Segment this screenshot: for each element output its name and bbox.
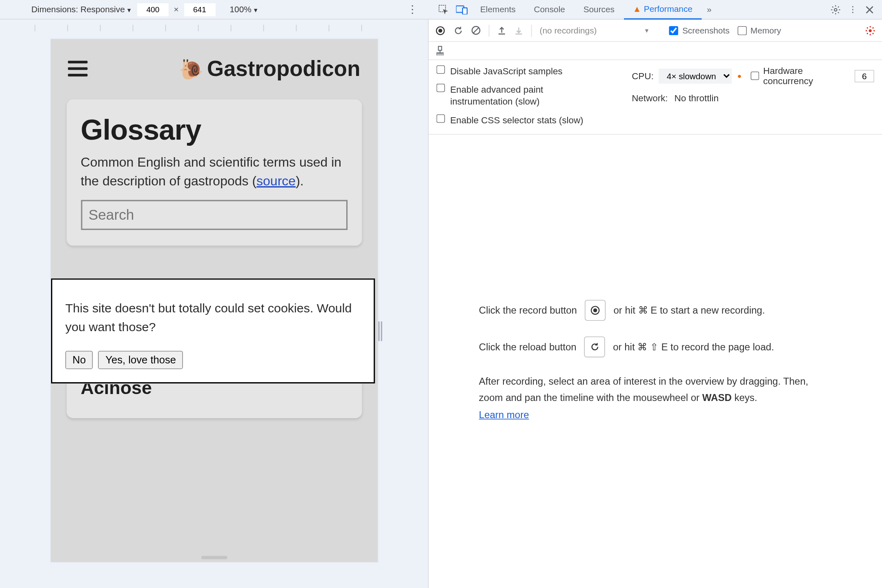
cookie-no-button[interactable]: No xyxy=(65,351,93,369)
resize-handle[interactable] xyxy=(378,320,386,342)
disable-js-checkbox[interactable]: Disable JavaScript samples xyxy=(437,65,608,77)
perf-help-text: After recording, select an area of inter… xyxy=(479,373,832,406)
device-toggle-icon[interactable] xyxy=(453,5,471,14)
cpu-label: CPU: xyxy=(632,71,654,81)
tab-elements[interactable]: Elements xyxy=(471,0,525,19)
download-icon[interactable] xyxy=(514,26,523,35)
tab-performance[interactable]: ▲Performance xyxy=(624,0,702,19)
screenshots-checkbox[interactable]: Screenshots xyxy=(669,25,730,35)
cookie-yes-button[interactable]: Yes, love those xyxy=(98,351,183,369)
tab-console[interactable]: Console xyxy=(525,0,574,19)
network-value: No throttlin xyxy=(675,93,719,103)
record-icon[interactable] xyxy=(435,25,446,36)
device-viewport: 🐌Gastropodicon Glossary Common English a… xyxy=(0,20,428,588)
source-link[interactable]: source xyxy=(256,174,296,188)
hardware-concurrency-input[interactable] xyxy=(855,69,874,82)
device-menu-icon[interactable]: ⋮ xyxy=(407,3,418,16)
more-tabs-icon[interactable]: » xyxy=(702,4,717,14)
record-icon xyxy=(585,300,606,321)
inspect-icon[interactable] xyxy=(434,4,453,15)
svg-rect-2 xyxy=(463,7,467,14)
cookie-text: This site doesn't but totally could set … xyxy=(65,299,361,336)
devtools-panel: (no recordings) ▼ Screenshots Memory Dis… xyxy=(428,20,882,588)
cookie-dialog: This site doesn't but totally could set … xyxy=(51,278,375,384)
upload-icon[interactable] xyxy=(497,26,506,35)
dimensions-dropdown[interactable]: Dimensions: Responsive▼ xyxy=(31,4,132,14)
snail-icon: 🐌 xyxy=(179,57,203,80)
enable-css-checkbox[interactable]: Enable CSS selector stats (slow) xyxy=(437,114,608,126)
site-brand: 🐌Gastropodicon xyxy=(179,56,360,81)
close-icon[interactable] xyxy=(865,5,874,14)
reload-icon[interactable] xyxy=(453,25,463,35)
cpu-warning-icon: ● xyxy=(737,72,742,80)
clear-icon[interactable] xyxy=(471,25,481,35)
drawer-handle[interactable] xyxy=(201,556,227,559)
perf-settings: Disable JavaScript samples Enable advanc… xyxy=(429,60,882,134)
glossary-subtitle: Common English and scientific terms used… xyxy=(81,153,347,191)
height-input[interactable] xyxy=(184,3,216,16)
svg-point-10 xyxy=(593,308,597,312)
dimension-separator: × xyxy=(174,4,179,14)
hardware-concurrency-checkbox[interactable]: Hardware concurrency xyxy=(751,65,849,86)
hamburger-icon[interactable] xyxy=(68,61,87,76)
width-input[interactable] xyxy=(137,3,169,16)
svg-point-7 xyxy=(869,29,872,32)
gc-icon[interactable] xyxy=(435,45,445,56)
network-label: Network: xyxy=(632,93,668,103)
tab-sources[interactable]: Sources xyxy=(574,0,624,19)
enable-paint-checkbox[interactable]: Enable advanced paint instrumentation (s… xyxy=(437,84,608,107)
svg-rect-8 xyxy=(439,46,442,50)
learn-more-link[interactable]: Learn more xyxy=(479,409,529,420)
perf-toolbar: (no recordings) ▼ Screenshots Memory xyxy=(429,20,882,42)
cpu-throttle-select[interactable]: 4× slowdown xyxy=(659,68,732,83)
top-toolbar: Dimensions: Responsive▼ × 100%▼ ⋮ Elemen… xyxy=(0,0,882,20)
perf-help: Click the record button or hit ⌘ E to st… xyxy=(479,300,832,423)
kebab-menu-icon[interactable]: ⋮ xyxy=(849,4,857,14)
zoom-dropdown[interactable]: 100%▼ xyxy=(230,4,259,14)
svg-point-3 xyxy=(834,8,837,11)
warning-icon: ▲ xyxy=(633,4,641,14)
recordings-note: (no recordings) xyxy=(540,25,597,35)
recordings-dropdown-icon[interactable]: ▼ xyxy=(644,27,650,33)
search-input[interactable] xyxy=(81,200,347,230)
glossary-title: Glossary xyxy=(81,114,347,146)
memory-checkbox[interactable]: Memory xyxy=(737,25,781,35)
glossary-card: Glossary Common English and scientific t… xyxy=(66,99,361,245)
perf-settings-icon[interactable] xyxy=(865,25,875,36)
settings-icon[interactable] xyxy=(831,4,841,15)
reload-icon xyxy=(584,336,605,357)
ruler xyxy=(0,20,428,35)
svg-point-5 xyxy=(439,29,443,33)
